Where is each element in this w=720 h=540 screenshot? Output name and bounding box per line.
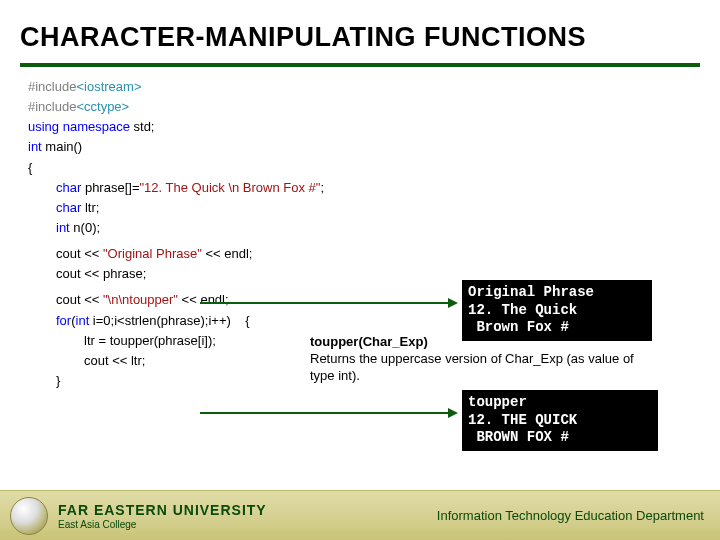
- code-token: int: [28, 139, 42, 154]
- code-token: ltr = toupper(phrase[i]);: [84, 333, 216, 348]
- code-token: int: [76, 313, 90, 328]
- arrow-icon: [200, 412, 448, 414]
- annotation-box: toupper(Char_Exp) Returns the uppercase …: [310, 334, 650, 385]
- code-token: char: [56, 200, 81, 215]
- code-token: "12. The Quick \n Brown Fox #": [139, 180, 320, 195]
- code-token: std;: [130, 119, 155, 134]
- code-token: using: [28, 119, 59, 134]
- code-token: main(): [42, 139, 82, 154]
- console-output-toupper: toupper 12. THE QUICK BROWN FOX #: [462, 390, 658, 451]
- slide: CHARACTER-MANIPULATING FUNCTIONS #includ…: [0, 0, 720, 540]
- code-token: int: [56, 220, 70, 235]
- code-token: "\n\ntoupper": [103, 292, 178, 307]
- code-token: <iostream>: [76, 79, 141, 94]
- code-token: namespace: [59, 119, 130, 134]
- code-token: "Original Phrase": [103, 246, 202, 261]
- university-name: FAR EASTERN UNIVERSITY: [58, 502, 267, 518]
- code-token: << endl;: [178, 292, 229, 307]
- code-token: << endl;: [202, 246, 253, 261]
- code-token: cout << phrase;: [56, 266, 146, 281]
- code-token: <cctype>: [76, 99, 129, 114]
- code-token: #include: [28, 99, 76, 114]
- code-token: cout << ltr;: [84, 353, 145, 368]
- code-token: ;: [320, 180, 324, 195]
- code-token: }: [56, 373, 60, 388]
- code-token: n(0);: [70, 220, 100, 235]
- title-rule: [20, 63, 700, 67]
- footer-bar: FAR EASTERN UNIVERSITY East Asia College…: [0, 490, 720, 540]
- code-token: {: [28, 160, 32, 175]
- code-token: cout <<: [56, 246, 103, 261]
- university-block: FAR EASTERN UNIVERSITY East Asia College: [58, 502, 267, 530]
- arrow-icon: [200, 302, 448, 304]
- university-logo-icon: [10, 497, 48, 535]
- code-token: i=0;i<strlen(phrase);i++) {: [89, 313, 249, 328]
- page-title: CHARACTER-MANIPULATING FUNCTIONS: [0, 0, 720, 63]
- code-token: phrase[]=: [81, 180, 139, 195]
- college-name: East Asia College: [58, 519, 267, 530]
- code-token: #include: [28, 79, 76, 94]
- function-name: toupper(Char_Exp): [310, 334, 428, 349]
- code-token: cout <<: [56, 292, 103, 307]
- function-description: Returns the uppercase version of Char_Ex…: [310, 351, 634, 383]
- code-token: char: [56, 180, 81, 195]
- code-token: for: [56, 313, 71, 328]
- code-token: ltr;: [81, 200, 99, 215]
- console-output-original: Original Phrase 12. The Quick Brown Fox …: [462, 280, 652, 341]
- department-name: Information Technology Education Departm…: [437, 508, 704, 523]
